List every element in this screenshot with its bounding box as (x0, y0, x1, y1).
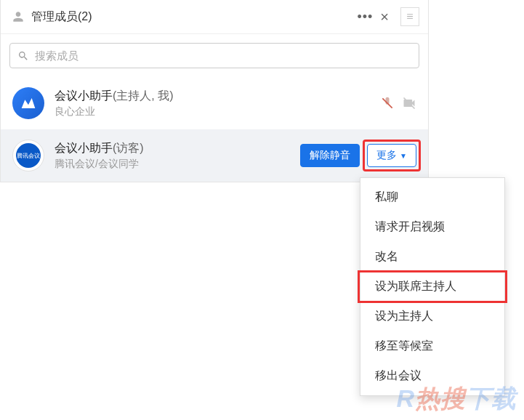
tencent-meeting-badge-icon: 腾讯会议 (16, 143, 41, 168)
dropdown-item-rename[interactable]: 改名 (360, 242, 504, 272)
unmute-button-label: 解除静音 (310, 149, 350, 162)
header-actions: ••• × ≡ (357, 7, 419, 26)
status-icons (380, 96, 416, 110)
hamburger-icon[interactable]: ≡ (400, 7, 419, 26)
member-name-line: 会议小助手(主持人, 我) (55, 89, 380, 104)
panel-header: 管理成员(2) ••• × ≡ (1, 0, 428, 34)
caret-down-icon: ▼ (400, 152, 407, 160)
dropdown-item-set-host[interactable]: 设为主持人 (360, 302, 504, 331)
search-container (1, 34, 428, 77)
row-actions: 解除静音 更多 ▼ (300, 144, 416, 167)
member-name: 会议小助手 (55, 142, 113, 154)
unmute-button[interactable]: 解除静音 (300, 144, 360, 167)
mic-muted-icon (380, 96, 395, 110)
more-dropdown: 私聊 请求开启视频 改名 设为联席主持人 设为主持人 移至等候室 移出会议 (360, 177, 505, 396)
camera-off-icon (402, 96, 416, 110)
panel-title: 管理成员(2) (31, 9, 357, 25)
avatar: 腾讯会议 (12, 140, 44, 171)
more-button-label: 更多 (376, 149, 397, 162)
member-name: 会议小助手 (55, 89, 113, 102)
member-role: (主持人, 我) (113, 89, 174, 102)
member-subtitle: 腾讯会议/会议同学 (55, 158, 300, 171)
person-icon (11, 9, 25, 24)
dropdown-item-remove[interactable]: 移出会议 (360, 361, 504, 391)
dropdown-item-set-cohost[interactable]: 设为联席主持人 (360, 272, 504, 302)
member-subtitle: 良心企业 (55, 105, 380, 118)
more-options-icon[interactable]: ••• (357, 9, 373, 25)
avatar-glyph-icon (18, 93, 39, 113)
dropdown-item-waiting-room[interactable]: 移至等候室 (360, 331, 504, 361)
search-box[interactable] (9, 43, 419, 68)
dropdown-item-request-video[interactable]: 请求开启视频 (360, 212, 504, 242)
close-icon[interactable]: × (380, 9, 389, 24)
more-button[interactable]: 更多 ▼ (367, 144, 416, 167)
search-input[interactable] (35, 49, 411, 62)
member-info: 会议小助手(访客) 腾讯会议/会议同学 (55, 141, 300, 171)
member-role: (访客) (113, 142, 144, 154)
search-icon (17, 50, 29, 62)
member-row[interactable]: 腾讯会议 会议小助手(访客) 腾讯会议/会议同学 解除静音 更多 ▼ (1, 129, 428, 182)
dropdown-item-private-chat[interactable]: 私聊 (360, 182, 504, 212)
member-info: 会议小助手(主持人, 我) 良心企业 (55, 89, 380, 118)
avatar (12, 87, 44, 119)
member-name-line: 会议小助手(访客) (55, 141, 300, 156)
manage-members-panel: 管理成员(2) ••• × ≡ 会议小助手(主持人, 我) 良心企业 (0, 0, 429, 182)
member-row[interactable]: 会议小助手(主持人, 我) 良心企业 (1, 77, 428, 129)
